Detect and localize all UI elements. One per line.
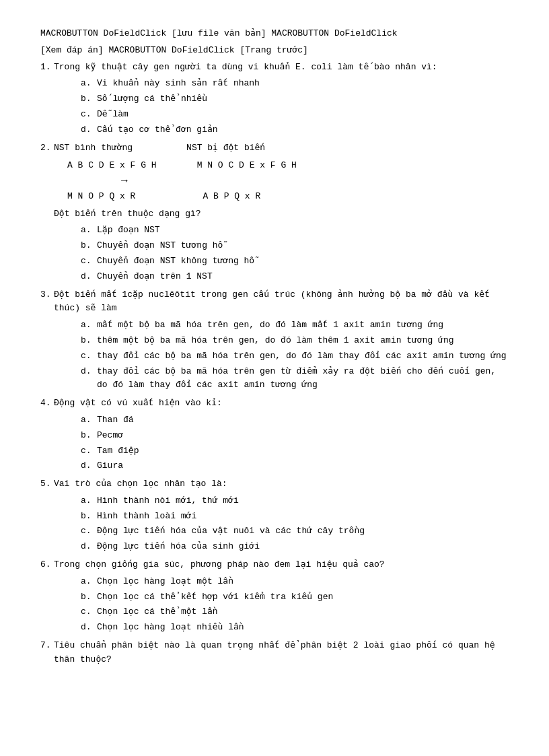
nst-seq4: A B P Q x R [203,188,260,204]
nst-seq1: A B C D E x F G H [67,158,157,173]
question-3-answers: a. mất một bộ ba mã hóa trên gen, do đó … [81,318,509,392]
answer-2d-letter: d. [81,270,97,284]
question-7-number: 7. [40,639,54,653]
answer-3d-letter: d. [81,365,97,379]
nst-seq2: M N O C D E x F G H [197,158,297,173]
answer-3a: a. mất một bộ ba mã hóa trên gen, do đó … [81,318,509,333]
question-4-number: 4. [40,397,54,411]
answer-5a: a. Hình thành nòi mới, thứ mới [81,494,509,508]
answer-2b: b. Chuyển đoạn NST tương hỗ [81,239,509,253]
answer-3b-letter: b. [81,334,97,348]
page-container: MACROBUTTON DoFieldClick [lưu file văn b… [40,27,509,667]
answer-1c-letter: c. [81,108,97,122]
answer-4d-letter: d. [81,459,97,473]
answer-1b: b. Số lượng cá thể nhiều [81,92,509,106]
question-6: 6. Trong chọn giống gia súc, phương pháp… [40,558,509,635]
nst-arrow: → [121,174,509,188]
answer-5a-letter: a. [81,494,97,508]
question-7-row: 7. Tiêu chuẩn phân biệt nào là quan trọn… [40,639,509,667]
question-5-text: Vai trò của chọn lọc nhân tạo là: [54,477,509,491]
answer-3a-letter: a. [81,318,97,333]
answer-5c-letter: c. [81,524,97,539]
answer-6a-letter: a. [81,575,97,589]
answer-3c-text: thay đổi các bộ ba mã hóa trên gen, do đ… [97,349,509,364]
question-4-row: 4. Động vật có vú xuất hiện vào kỉ: [40,397,509,411]
question-5-number: 5. [40,477,54,491]
answer-2b-text: Chuyển đoạn NST tương hỗ [97,239,509,253]
answer-1a-letter: a. [81,77,97,91]
answer-4d: d. Giura [81,459,509,473]
answer-3d-text: thay đổi các bộ ba mã hóa trên gen từ đi… [97,365,509,393]
answer-6c-letter: c. [81,605,97,619]
answer-1a: a. Vi khuẩn này sinh sản rất nhanh [81,77,509,91]
answer-5d: d. Động lực tiến hóa của sinh giới [81,540,509,554]
answer-1d-letter: d. [81,123,97,137]
answer-5b-text: Hình thành loài mới [97,510,509,524]
question-3-text: Đột biến mất 1cặp nuclêôtit trong gen cấ… [54,288,509,316]
question-6-text: Trong chọn giống gia súc, phương pháp nà… [54,558,509,572]
nst-seq3: M N O P Q x R [67,188,135,204]
question-2-number: 2. [40,141,54,156]
question-5-answers: a. Hình thành nòi mới, thứ mới b. Hình t… [81,494,509,554]
answer-2c-text: Chuyển đoạn NST không tương hỗ [97,254,509,269]
question-6-row: 6. Trong chọn giống gia súc, phương pháp… [40,558,509,572]
header-line1: MACROBUTTON DoFieldClick [lưu file văn b… [40,27,509,41]
answer-6b: b. Chọn lọc cá thể kết hợp với kiểm tra … [81,590,509,605]
question-1-number: 1. [40,61,54,75]
nst-block: A B C D E x F G H M N O C D E x F G H → … [67,158,509,204]
questions-container: 1. Trong kỹ thuật cây gen người ta dùng … [40,61,509,667]
answer-5c-text: Động lực tiến hóa của vật nuôi và các th… [97,524,509,539]
answer-3d: d. thay đổi các bộ ba mã hóa trên gen từ… [81,365,509,393]
question-4: 4. Động vật có vú xuất hiện vào kỉ: a. T… [40,397,509,473]
nst-row1: A B C D E x F G H M N O C D E x F G H [67,158,509,173]
answer-4a-text: Than đá [97,413,509,427]
answer-2c-letter: c. [81,254,97,269]
nst-normal-label: NST bình thường [54,141,133,156]
answer-2d-text: Chuyển đoạn trên 1 NST [97,270,509,284]
answer-4d-text: Giura [97,459,509,473]
answer-1b-text: Số lượng cá thể nhiều [97,92,509,106]
answer-1a-text: Vi khuẩn này sinh sản rất nhanh [97,77,509,91]
answer-5a-text: Hình thành nòi mới, thứ mới [97,494,509,508]
answer-6c-text: Chọn lọc cá thể một lần [97,605,509,619]
answer-3c-letter: c. [81,349,97,364]
question-1: 1. Trong kỹ thuật cây gen người ta dùng … [40,61,509,137]
answer-1d: d. Cấu tạo cơ thể đơn giản [81,123,509,137]
answer-4c: c. Tam điệp [81,444,509,458]
nst-row2: M N O P Q x R A B P Q x R [67,188,509,204]
answer-2a-letter: a. [81,224,97,238]
question-6-answers: a. Chọn lọc hàng loạt một lần b. Chọn lọ… [81,575,509,635]
mutation-question: Đột biến trên thuộc dạng gì? [54,207,509,221]
question-7: 7. Tiêu chuẩn phân biệt nào là quan trọn… [40,639,509,667]
question-2-header: NST bình thường NST bị đột biến [54,141,509,156]
question-1-text: Trong kỹ thuật cây gen người ta dùng vi … [54,61,509,75]
question-2: 2. NST bình thường NST bị đột biến A B C… [40,141,509,284]
answer-1c-text: Dễ làm [97,108,509,122]
answer-4c-text: Tam điệp [97,444,509,458]
answer-6a: a. Chọn lọc hàng loạt một lần [81,575,509,589]
answer-2b-letter: b. [81,239,97,253]
answer-3a-text: mất một bộ ba mã hóa trên gen, do đó làm… [97,318,509,333]
answer-6d-text: Chọn lọc hàng loạt nhiều lần [97,621,509,635]
nst-mutant-label: NST bị đột biến [186,141,265,156]
question-2-content: NST bình thường NST bị đột biến A B C D … [54,141,509,221]
answer-2d: d. Chuyển đoạn trên 1 NST [81,270,509,284]
answer-1b-letter: b. [81,92,97,106]
answer-6d-letter: d. [81,621,97,635]
answer-5b-letter: b. [81,510,97,524]
answer-4c-letter: c. [81,444,97,458]
answer-4b-letter: b. [81,429,97,443]
answer-4b-text: Pecmơ [97,429,509,443]
answer-5c: c. Động lực tiến hóa của vật nuôi và các… [81,524,509,539]
question-6-number: 6. [40,558,54,572]
answer-6c: c. Chọn lọc cá thể một lần [81,605,509,619]
answer-1c: c. Dễ làm [81,108,509,122]
header-line2: [Xem đáp án] MACROBUTTON DoFieldClick [T… [40,44,509,58]
question-7-text: Tiêu chuẩn phân biệt nào là quan trọng n… [54,639,509,667]
answer-4b: b. Pecmơ [81,429,509,443]
answer-4a-letter: a. [81,413,97,427]
answer-6b-text: Chọn lọc cá thể kết hợp với kiểm tra kiể… [97,590,509,605]
question-5: 5. Vai trò của chọn lọc nhân tạo là: a. … [40,477,509,554]
answer-5d-letter: d. [81,540,97,554]
answer-5b: b. Hình thành loài mới [81,510,509,524]
